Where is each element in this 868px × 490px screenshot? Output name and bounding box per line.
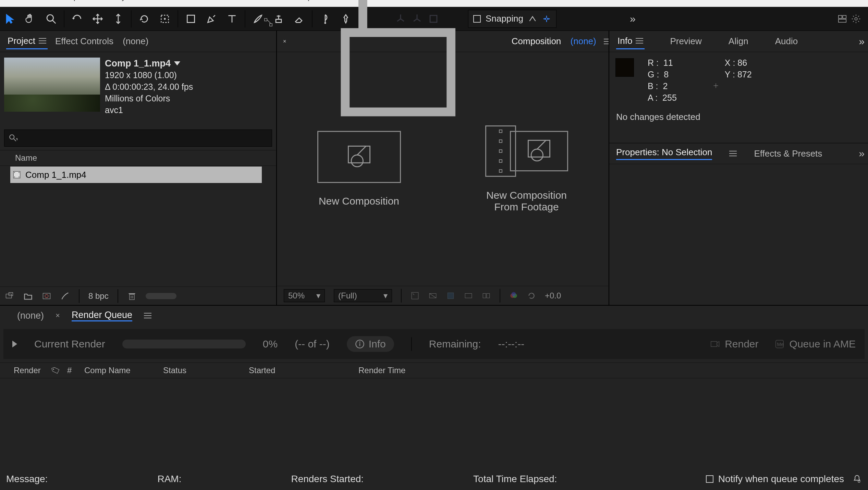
mask-icon[interactable] xyxy=(428,291,437,300)
interpret-footage-icon[interactable] xyxy=(5,291,14,301)
svg-point-55 xyxy=(512,292,516,296)
rotation-tool[interactable] xyxy=(136,11,152,27)
footer-ram: RAM: xyxy=(157,474,181,485)
anchor-tool[interactable] xyxy=(157,11,173,27)
asset-thumbnail[interactable] xyxy=(4,58,100,112)
exposure-reset-icon[interactable] xyxy=(527,291,536,300)
svg-point-34 xyxy=(45,294,48,297)
expand-icon[interactable] xyxy=(12,341,17,347)
search-icon: ▾ xyxy=(9,134,17,143)
zoom-select[interactable]: 50%▾ xyxy=(284,289,325,302)
panel-menu-icon[interactable] xyxy=(604,39,609,44)
video-file-icon xyxy=(12,170,21,179)
queue-in-ame-button[interactable]: Me Queue in AME xyxy=(774,338,856,350)
notify-checkbox[interactable]: Notify when queue completes xyxy=(706,474,862,485)
svg-rect-50 xyxy=(465,293,472,298)
dolly-tool[interactable] xyxy=(110,11,126,27)
tab-timeline-none[interactable]: (none) xyxy=(17,310,44,321)
panel-menu-icon[interactable] xyxy=(729,151,737,156)
svg-rect-51 xyxy=(483,293,486,298)
panel-menu-icon[interactable] xyxy=(636,38,643,44)
svg-rect-16 xyxy=(839,15,842,19)
project-columns-header[interactable]: Name xyxy=(0,150,276,166)
tab-composition[interactable]: Composition (none) xyxy=(510,34,598,49)
new-composition-from-footage-button[interactable]: New CompositionFrom Footage xyxy=(448,125,605,213)
snap-collapse-icon[interactable] xyxy=(542,14,551,24)
new-comp-icon[interactable] xyxy=(42,291,51,301)
tab-align[interactable]: Align xyxy=(727,34,750,49)
tab-effect-controls[interactable]: Effect Controls (none) xyxy=(54,34,150,49)
svg-line-30 xyxy=(267,20,271,24)
shape-tool[interactable] xyxy=(183,11,199,27)
bpc-label[interactable]: 8 bpc xyxy=(88,291,109,301)
tab-properties[interactable]: Properties: No Selection xyxy=(616,147,712,160)
channel-icon[interactable] xyxy=(509,291,518,300)
new-adjustment-icon[interactable] xyxy=(60,291,70,301)
flowchart-icon[interactable] xyxy=(263,17,273,27)
tab-info[interactable]: Info xyxy=(616,34,645,49)
crosshair-icon xyxy=(712,82,719,89)
thumbnail-size-slider[interactable] xyxy=(146,293,176,299)
text-tool[interactable] xyxy=(224,11,240,27)
render-button[interactable]: Render xyxy=(710,338,758,350)
tab-preview[interactable]: Preview xyxy=(669,34,703,49)
new-folder-icon[interactable] xyxy=(23,291,33,301)
tab-project[interactable]: Project xyxy=(6,34,48,49)
svg-point-60 xyxy=(359,341,360,343)
svg-rect-61 xyxy=(711,342,717,347)
svg-point-41 xyxy=(351,155,363,167)
pen-tool[interactable] xyxy=(204,11,219,27)
new-composition-button[interactable]: New Composition xyxy=(280,131,438,207)
tab-effects-presets[interactable]: Effects & Presets xyxy=(754,148,822,159)
guides-icon[interactable] xyxy=(482,291,491,300)
project-asset-row[interactable]: Comp 1_1.mp4 xyxy=(10,167,262,183)
svg-point-1 xyxy=(47,15,53,21)
bell-icon[interactable] xyxy=(852,474,862,484)
svg-rect-29 xyxy=(270,24,272,26)
project-search-input[interactable]: ▾ xyxy=(4,130,272,147)
resolution-select[interactable]: (Full)▾ xyxy=(334,289,392,302)
render-queue-columns[interactable]: Render # Comp Name Status Started Render… xyxy=(0,363,868,378)
toolbar-overflow[interactable]: » xyxy=(630,13,636,25)
transparency-icon[interactable] xyxy=(411,291,419,300)
pan-tool[interactable] xyxy=(90,11,106,27)
svg-rect-49 xyxy=(448,293,453,298)
panel-menu-icon[interactable] xyxy=(144,313,151,318)
selection-tool[interactable] xyxy=(2,11,18,27)
svg-rect-26 xyxy=(19,172,19,173)
close-tab-icon[interactable]: × xyxy=(56,311,60,320)
exposure-value[interactable]: +0.0 xyxy=(545,291,561,301)
panel-overflow[interactable]: » xyxy=(859,36,865,47)
svg-rect-17 xyxy=(843,15,846,19)
orbit-tool[interactable] xyxy=(69,11,85,27)
tab-audio[interactable]: Audio xyxy=(774,34,799,49)
svg-line-48 xyxy=(429,293,436,298)
info-color-swatch xyxy=(615,58,634,77)
info-icon xyxy=(355,339,365,349)
chevron-down-icon[interactable] xyxy=(174,61,180,65)
render-info-button[interactable]: Info xyxy=(347,336,394,352)
workspace-icon[interactable] xyxy=(837,14,847,24)
close-tab-icon[interactable]: × xyxy=(283,38,286,45)
info-message: No changes detected xyxy=(609,108,868,126)
svg-line-2 xyxy=(52,20,56,23)
hand-tool[interactable] xyxy=(23,11,38,27)
snap-edge-icon[interactable] xyxy=(528,14,537,23)
svg-rect-18 xyxy=(839,19,846,22)
panel-menu-icon[interactable] xyxy=(39,38,46,44)
trash-icon[interactable] xyxy=(127,291,137,301)
render-progress-of: (-- of --) xyxy=(295,338,330,350)
comp-icon xyxy=(524,136,554,166)
panel-overflow[interactable]: » xyxy=(859,148,865,159)
composition-panel: × Composition (none) New Composition xyxy=(277,31,609,305)
current-render-label: Current Render xyxy=(34,338,105,350)
info-xy: X : 86 Y : 872 xyxy=(725,57,752,103)
region-icon[interactable] xyxy=(446,291,455,300)
render-progress-bar xyxy=(122,340,246,348)
tab-render-queue[interactable]: Render Queue xyxy=(72,310,132,321)
footer-renders-started: Renders Started: xyxy=(291,474,364,485)
zoom-tool[interactable] xyxy=(43,11,59,27)
grid-icon[interactable] xyxy=(464,291,473,300)
comp-icon xyxy=(344,142,374,172)
settings-icon[interactable] xyxy=(851,14,861,24)
